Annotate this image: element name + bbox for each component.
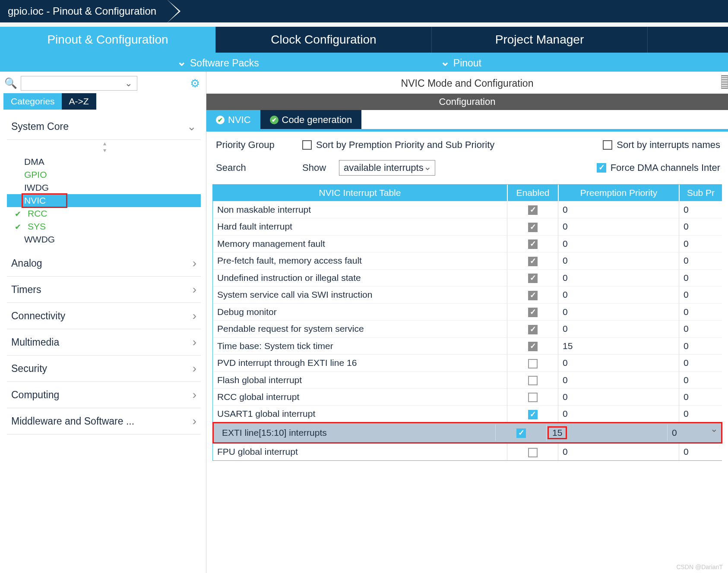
cell-preempt[interactable]: 0 <box>558 389 679 405</box>
checkbox-icon[interactable] <box>528 342 538 351</box>
cell-preempt[interactable]: 0 <box>558 270 679 286</box>
software-packs-dropdown[interactable]: Software Packs <box>177 55 259 69</box>
cell-sub[interactable]: 0 <box>679 406 722 422</box>
cell-sub[interactable]: 0 <box>667 425 710 441</box>
checkbox-icon[interactable] <box>528 308 538 317</box>
table-row[interactable]: FPU global interrupt00 <box>213 443 722 460</box>
table-row[interactable]: System service call via SWI instruction0… <box>213 286 722 303</box>
cell-enabled[interactable] <box>495 425 546 441</box>
item-nvic[interactable]: NVIC <box>7 194 201 207</box>
cell-sub[interactable]: 0 <box>679 201 722 218</box>
cell-preempt[interactable]: 0 <box>558 201 679 218</box>
inner-tab-nvic[interactable]: ✔ NVIC <box>206 110 260 129</box>
table-row[interactable]: Pendable request for system service00 <box>213 320 722 337</box>
checkbox-icon[interactable] <box>528 376 538 385</box>
search-combobox[interactable]: ⌄ <box>21 76 137 91</box>
cell-sub[interactable]: 0 <box>679 218 722 235</box>
item-rcc[interactable]: RCC <box>7 207 201 220</box>
group-middleware[interactable]: Middleware and Software ... <box>7 408 201 434</box>
item-iwdg[interactable]: IWDG <box>7 181 201 194</box>
checkbox-icon[interactable] <box>528 274 538 283</box>
cell-preempt[interactable]: 15 <box>546 425 667 441</box>
inner-tab-codegen[interactable]: ✔ Code generation <box>260 110 362 129</box>
cell-preempt[interactable]: 0 <box>558 218 679 235</box>
table-row[interactable]: Pre-fetch fault, memory access fault00 <box>213 252 722 269</box>
cell-preempt[interactable]: 0 <box>558 236 679 252</box>
force-dma-checkbox[interactable]: Force DMA channels Inter <box>597 162 720 173</box>
group-multimedia[interactable]: Multimedia <box>7 329 201 356</box>
cell-enabled[interactable] <box>507 389 558 405</box>
cell-preempt[interactable]: 0 <box>558 444 679 460</box>
sort-name-checkbox[interactable]: Sort by interrupts names <box>603 139 720 151</box>
cell-sub[interactable]: 0 <box>679 444 722 460</box>
cell-sub[interactable]: 0 <box>679 286 722 303</box>
table-row[interactable]: Hard fault interrupt00 <box>213 218 722 235</box>
table-row[interactable]: Debug monitor00 <box>213 303 722 320</box>
checkbox-icon[interactable] <box>528 257 538 266</box>
table-row[interactable]: Non maskable interrupt00 <box>213 201 722 218</box>
cell-enabled[interactable] <box>507 252 558 269</box>
collapse-handle-icon[interactable] <box>721 75 728 89</box>
group-security[interactable]: Security <box>7 356 201 382</box>
col-header-sub[interactable]: Sub Pr <box>679 185 722 201</box>
cell-preempt[interactable]: 0 <box>558 286 679 303</box>
item-gpio[interactable]: GPIO <box>7 168 201 181</box>
group-system-core[interactable]: System Core <box>7 114 201 140</box>
cell-preempt[interactable]: 0 <box>558 321 679 337</box>
cell-sub[interactable]: 0 <box>679 389 722 405</box>
cell-enabled[interactable] <box>507 218 558 235</box>
table-row[interactable]: Memory management fault00 <box>213 235 722 252</box>
cell-enabled[interactable] <box>507 201 558 218</box>
cell-enabled[interactable] <box>507 355 558 371</box>
group-computing[interactable]: Computing <box>7 382 201 408</box>
cell-enabled[interactable] <box>507 444 558 460</box>
cell-preempt[interactable]: 0 <box>558 304 679 320</box>
checkbox-icon[interactable] <box>528 325 538 334</box>
sort-preempt-checkbox[interactable]: Sort by Premption Priority and Sub Prior… <box>302 139 494 151</box>
group-timers[interactable]: Timers <box>7 277 201 303</box>
tab-pinout-config[interactable]: Pinout & Configuration <box>0 27 216 53</box>
checkbox-icon[interactable] <box>528 410 538 419</box>
table-row[interactable]: PVD interrupt through EXTI line 1600 <box>213 354 722 371</box>
table-row[interactable]: Flash global interrupt00 <box>213 372 722 388</box>
col-header-preempt[interactable]: Preemption Priority <box>558 185 679 201</box>
checkbox-icon[interactable] <box>528 448 538 457</box>
checkbox-icon[interactable] <box>516 428 526 438</box>
checkbox-icon[interactable] <box>528 291 538 300</box>
tab-clock-config[interactable]: Clock Configuration <box>216 27 432 53</box>
checkbox-icon[interactable] <box>528 239 538 249</box>
cell-sub[interactable]: 0 <box>679 304 722 320</box>
cell-preempt[interactable]: 0 <box>558 252 679 269</box>
group-connectivity[interactable]: Connectivity <box>7 303 201 329</box>
tab-project-manager[interactable]: Project Manager <box>432 27 648 53</box>
cell-preempt[interactable]: 15 <box>558 338 679 354</box>
table-row[interactable]: Undefined instruction or illegal state00 <box>213 269 722 286</box>
cell-enabled[interactable] <box>507 304 558 320</box>
cell-enabled[interactable] <box>507 270 558 286</box>
cell-sub[interactable]: 0 <box>679 321 722 337</box>
cell-preempt[interactable]: 0 <box>558 406 679 422</box>
pinout-dropdown[interactable]: Pinout <box>440 55 481 69</box>
cell-sub[interactable]: 0 <box>679 236 722 252</box>
checkbox-icon[interactable] <box>528 359 538 368</box>
item-dma[interactable]: DMA <box>7 155 201 168</box>
cell-sub[interactable]: 0 <box>679 372 722 388</box>
table-row[interactable]: Time base: System tick timer150 <box>213 337 722 354</box>
cell-enabled[interactable] <box>507 236 558 252</box>
view-tab-az[interactable]: A->Z <box>62 93 96 110</box>
drag-handle-icon[interactable]: ▴▾ <box>7 140 201 154</box>
checkbox-icon[interactable] <box>528 223 538 232</box>
cell-preempt[interactable]: 0 <box>558 355 679 371</box>
checkbox-icon[interactable] <box>528 393 538 402</box>
cell-sub[interactable]: 0 <box>679 270 722 286</box>
col-header-enabled[interactable]: Enabled <box>507 185 558 201</box>
table-row[interactable]: USART1 global interrupt00 <box>213 405 722 422</box>
cell-sub[interactable]: 0 <box>679 338 722 354</box>
col-header-name[interactable]: NVIC Interrupt Table <box>213 185 507 201</box>
table-row[interactable]: EXTI line[15:10] interrupts150 <box>213 422 722 443</box>
cell-sub[interactable]: 0 <box>679 355 722 371</box>
cell-sub[interactable]: 0 <box>679 252 722 269</box>
cell-preempt[interactable]: 0 <box>558 372 679 388</box>
cell-enabled[interactable] <box>507 286 558 303</box>
checkbox-icon[interactable] <box>528 205 538 215</box>
